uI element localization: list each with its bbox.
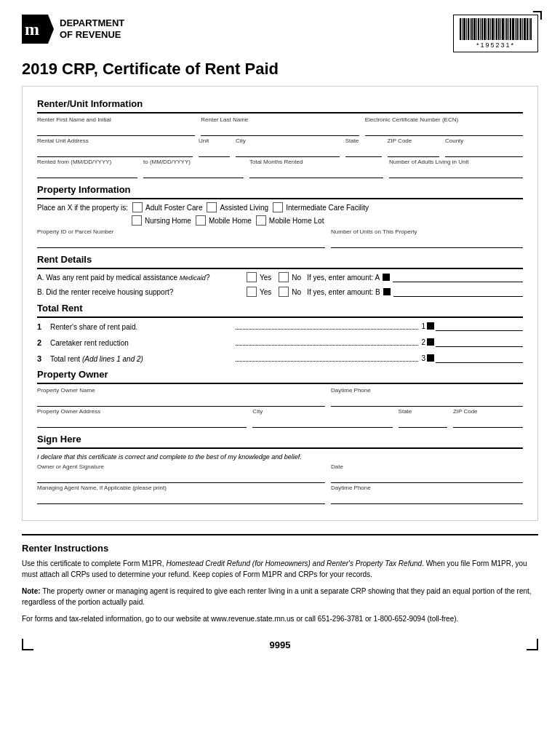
owner-city-field: City xyxy=(252,408,392,428)
property-id-label: Property ID or Parcel Number xyxy=(37,228,325,235)
checkbox-nursing-home-box[interactable] xyxy=(132,215,142,226)
state-input[interactable] xyxy=(345,144,382,157)
checkbox-intermediate-care[interactable]: Intermediate Care Facility xyxy=(273,202,369,212)
checkbox-assisted-living[interactable]: Assisted Living xyxy=(207,202,268,212)
property-id-input[interactable] xyxy=(37,235,325,248)
total-months-label: Total Months Rented xyxy=(249,159,383,165)
unit-input[interactable] xyxy=(199,144,230,157)
owner-state-label: State xyxy=(399,408,447,415)
row-a-square xyxy=(383,274,390,281)
owner-state-input[interactable] xyxy=(399,415,447,428)
total-months-input[interactable] xyxy=(249,165,383,178)
rented-from-label: Rented from (MM/DD/YYYY) xyxy=(37,159,137,165)
checkbox-mobile-home-lot-box[interactable] xyxy=(256,215,266,226)
rented-to-input[interactable] xyxy=(143,165,244,178)
adults-input[interactable] xyxy=(389,165,523,178)
first-name-field: Renter First Name and Initial xyxy=(37,116,195,136)
managing-phone-input[interactable] xyxy=(331,491,523,504)
signature-input[interactable] xyxy=(37,470,325,483)
row-a-amount-label: If yes, enter amount: A xyxy=(307,274,380,282)
owner-phone-input[interactable] xyxy=(331,394,523,407)
page-footer: 9995 xyxy=(22,639,538,650)
checkbox-assisted-living-label: Assisted Living xyxy=(220,204,268,212)
checkbox-nursing-home-label: Nursing Home xyxy=(145,217,191,225)
row-b-amount: If yes, enter amount: B xyxy=(307,287,523,297)
sign-here-section: Sign Here I declare that this certificat… xyxy=(37,434,523,504)
address-row: Rental Unit Address Unit City State ZIP … xyxy=(37,138,523,157)
row-1-dots xyxy=(236,329,418,330)
page-number: 9995 xyxy=(33,640,527,650)
checkbox-mobile-home-lot[interactable]: Mobile Home Lot xyxy=(256,215,324,226)
owner-state-field: State xyxy=(399,408,447,428)
page-header: m DEPARTMENT OF REVENUE *195231* xyxy=(22,15,538,52)
checkbox-mobile-home[interactable]: Mobile Home xyxy=(196,215,252,226)
managing-phone-label: Daytime Phone xyxy=(331,485,523,491)
row-1-num-label: 1 xyxy=(421,322,425,330)
sign-here-divider xyxy=(37,447,523,449)
state-label: State xyxy=(345,138,382,144)
rented-from-input[interactable] xyxy=(37,165,137,178)
row-a-label: A. Was any rent paid by medical assistan… xyxy=(37,274,241,282)
row-b-amount-input[interactable] xyxy=(393,287,523,297)
checkbox-assisted-living-box[interactable] xyxy=(207,202,217,212)
corner-mark xyxy=(533,11,542,20)
owner-city-input[interactable] xyxy=(252,415,392,428)
owner-address-input[interactable] xyxy=(37,415,247,428)
owner-name-field: Property Owner Name xyxy=(37,387,325,407)
checkbox-nursing-home[interactable]: Nursing Home xyxy=(132,215,191,226)
checkbox-intermediate-care-label: Intermediate Care Facility xyxy=(286,204,369,212)
rental-address-label: Rental Unit Address xyxy=(37,138,193,144)
signature-row: Owner or Agent Signature Date xyxy=(37,463,523,483)
instructions-paragraph1: Use this certificate to complete Form M1… xyxy=(22,558,538,580)
first-name-label: Renter First Name and Initial xyxy=(37,116,195,123)
form-title: 2019 CRP, Certificate of Rent Paid xyxy=(22,60,538,79)
num-units-input[interactable] xyxy=(331,235,523,248)
row-1-label: Renter's share of rent paid. xyxy=(50,323,233,331)
row-a-yes-checkbox[interactable] xyxy=(247,272,257,282)
row-1-amount-input[interactable] xyxy=(436,321,523,331)
svg-text:m: m xyxy=(25,20,39,39)
checkbox-intermediate-care-box[interactable] xyxy=(273,202,283,212)
owner-name-row: Property Owner Name Daytime Phone xyxy=(37,387,523,407)
checkbox-adult-foster-care-box[interactable] xyxy=(132,202,143,212)
date-input[interactable] xyxy=(331,470,523,483)
row-b-no-checkbox[interactable] xyxy=(279,287,289,297)
rental-address-input[interactable] xyxy=(37,144,193,157)
last-name-input[interactable] xyxy=(201,123,359,136)
row-b-yes-checkbox[interactable] xyxy=(247,287,257,297)
row-2-num-label: 2 xyxy=(421,338,425,346)
renter-divider xyxy=(37,112,523,113)
dates-row: Rented from (MM/DD/YYYY) to (MM/DD/YYYY)… xyxy=(37,159,523,178)
ecn-input[interactable] xyxy=(365,123,523,136)
row-3-label: Total rent (Add lines 1 and 2) xyxy=(50,355,233,363)
row-a-amount-input[interactable] xyxy=(393,272,523,282)
checkbox-mobile-home-box[interactable] xyxy=(196,215,206,226)
checkbox-adult-foster-care[interactable]: Adult Foster Care xyxy=(132,202,202,212)
property-id-row: Property ID or Parcel Number Number of U… xyxy=(37,228,523,248)
row-3-number: 3 xyxy=(37,354,47,363)
managing-agent-field: Managing Agent Name, If Applicable (plea… xyxy=(37,485,325,504)
county-input[interactable] xyxy=(445,144,523,157)
logo: m DEPARTMENT OF REVENUE xyxy=(22,15,124,44)
city-input[interactable] xyxy=(236,144,340,157)
owner-address-row: Property Owner Address City State ZIP Co… xyxy=(37,408,523,428)
checkbox-adult-foster-care-label: Adult Foster Care xyxy=(145,204,202,212)
row-3-num-box: 3 xyxy=(421,353,523,363)
ecn-field: Electronic Certificate Number (ECN) xyxy=(365,116,523,136)
note-label: Note: xyxy=(22,587,41,595)
owner-zip-label: ZIP Code xyxy=(453,408,523,415)
row-2-amount-input[interactable] xyxy=(436,337,523,347)
zip-label: ZIP Code xyxy=(388,138,439,144)
city-label: City xyxy=(236,138,340,144)
owner-zip-input[interactable] xyxy=(453,415,523,428)
managing-agent-input[interactable] xyxy=(37,491,325,504)
name-ecn-row: Renter First Name and Initial Renter Las… xyxy=(37,116,523,136)
row-3-amount-input[interactable] xyxy=(436,353,523,363)
owner-name-input[interactable] xyxy=(37,394,325,407)
barcode: *195231* xyxy=(453,15,538,52)
row-a-no-checkbox[interactable] xyxy=(279,272,289,282)
first-name-input[interactable] xyxy=(37,123,195,136)
signature-label: Owner or Agent Signature xyxy=(37,463,325,470)
zip-input[interactable] xyxy=(388,144,439,157)
row-2-dots xyxy=(236,345,418,346)
